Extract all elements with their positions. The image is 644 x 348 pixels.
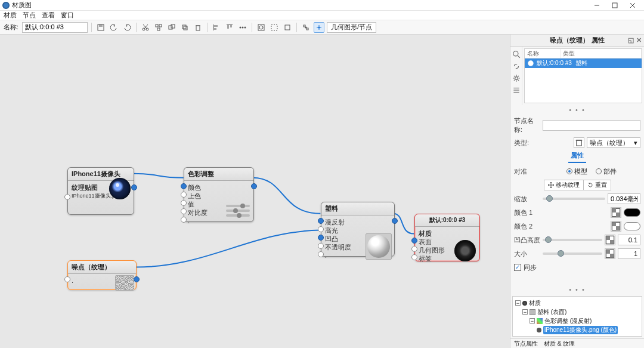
slider-scale[interactable] (543, 198, 605, 200)
panel-node-list[interactable]: 名称 类型 默认:0:0:0 #3 塑料 (524, 48, 642, 103)
input-size[interactable] (618, 248, 640, 259)
delete-type-icon[interactable] (574, 137, 584, 148)
status-mat-tex[interactable]: 材质 & 纹理 (544, 340, 575, 348)
port-plastic-in-diffuse[interactable] (318, 218, 324, 224)
label-type: 类型: (514, 138, 540, 147)
swatch-color1[interactable] (624, 208, 640, 217)
tool-save-icon[interactable] (95, 22, 106, 33)
tool-show-hide-icon[interactable] (301, 22, 311, 33)
tree-l3[interactable]: iPhone11摄像头.png (颜色) (543, 326, 618, 334)
panel-undock-icon[interactable]: ◱ (628, 36, 634, 44)
panel-tool-link-icon[interactable] (512, 62, 521, 70)
svg-rect-28 (271, 24, 277, 30)
toolbar: 名称: 几何图形/节点 (0, 20, 644, 35)
menu-window[interactable]: 窗口 (61, 11, 74, 20)
menu-view[interactable]: 查看 (42, 11, 55, 20)
port-plastic-in-opacity[interactable] (318, 243, 324, 249)
tree-exp-l2[interactable]: − (530, 318, 535, 324)
port-coloradj-in-5[interactable] (181, 217, 187, 223)
port-default-in-geom[interactable] (411, 246, 417, 252)
port-default-in-surface[interactable] (411, 238, 417, 244)
node-material-default[interactable]: 默认:0:0:0 #3 材质 表面 几何图形 标签 (414, 214, 480, 261)
tool-cut-icon[interactable] (140, 22, 151, 33)
node-canvas[interactable]: IPhone11摄像头 纹理贴图 IPhone11摄像头.png 色彩调整 颜色… (0, 35, 510, 348)
port-texture-out[interactable] (131, 184, 137, 190)
tool-copy-icon[interactable] (179, 22, 190, 33)
btn-size-tex[interactable] (605, 248, 615, 259)
radio-part[interactable]: 部件 (596, 167, 617, 176)
btn-move-texture[interactable]: 移动纹理 (544, 180, 584, 190)
panel-tool-search-icon[interactable] (512, 50, 521, 58)
node-texture[interactable]: IPhone11摄像头 纹理贴图 IPhone11摄像头.png (67, 167, 134, 215)
label-bump: 凹凸高度 (514, 236, 540, 245)
input-scale[interactable] (608, 193, 640, 204)
input-bump[interactable] (618, 235, 640, 245)
toolbar-mode-label[interactable]: 几何图形/节点 (327, 22, 376, 33)
tool-frame-icon[interactable] (282, 22, 293, 33)
dropdown-type[interactable]: 噪点（纹理）▾ (587, 137, 640, 148)
swatch-color2[interactable] (624, 222, 640, 230)
menu-material[interactable]: 材质 (4, 11, 17, 20)
port-texture-in[interactable] (64, 194, 70, 200)
tree-l1[interactable]: 塑料 (表面) (537, 308, 566, 316)
panel-tool-gear-icon[interactable] (512, 74, 521, 82)
port-plastic-in-spec[interactable] (318, 226, 324, 232)
tool-distribute-icon[interactable] (237, 22, 248, 33)
port-coloradj-in-4[interactable] (181, 208, 187, 214)
menu-node[interactable]: 节点 (23, 11, 36, 20)
minimize-button[interactable] (588, 1, 606, 10)
tree-exp-l1[interactable]: − (522, 309, 528, 315)
tool-redo-icon[interactable] (122, 22, 132, 33)
svg-rect-47 (612, 222, 616, 226)
port-plastic-in-more[interactable] (318, 251, 324, 257)
tool-align-left-icon[interactable] (211, 22, 222, 33)
tool-zoom-fit-icon[interactable] (256, 22, 267, 33)
material-tree[interactable]: −材质 −塑料 (表面) −色彩调整 (漫反射) iPhone11摄像头.png… (512, 296, 642, 337)
label-color2: 颜色 2 (514, 222, 540, 231)
checkbox-sync[interactable] (514, 264, 521, 271)
port-noise-out[interactable] (134, 276, 140, 282)
panel-tool-list-icon[interactable] (512, 86, 521, 94)
tool-align-top-icon[interactable] (224, 22, 235, 33)
tree-root[interactable]: 材质 (529, 299, 541, 307)
port-plastic-out[interactable] (392, 218, 398, 224)
slider-size[interactable] (543, 252, 602, 255)
btn-color2-tex[interactable] (611, 221, 621, 232)
svg-rect-12 (171, 24, 175, 28)
tool-auto-layout-icon[interactable] (314, 22, 324, 33)
label-scale: 缩放 (514, 195, 540, 204)
node-color-adjust[interactable]: 色彩调整 颜色 上色 值 对比度 . (184, 167, 254, 222)
tool-group-icon[interactable] (166, 22, 177, 33)
maximize-button[interactable] (606, 1, 624, 10)
radio-model[interactable]: 模型 (566, 167, 587, 176)
port-coloradj-in-color[interactable] (181, 183, 187, 189)
node-plastic[interactable]: 塑料 漫反射 高光 凹凸 不透明度 . (321, 202, 395, 257)
status-node-props[interactable]: 节点属性 (514, 340, 538, 348)
port-plastic-in-bump[interactable] (318, 235, 324, 241)
svg-point-23 (240, 26, 242, 28)
node-noise[interactable]: 噪点（纹理） . (67, 260, 137, 290)
btn-color1-tex[interactable] (611, 207, 621, 218)
tool-delete-icon[interactable] (193, 22, 203, 33)
btn-bump-tex[interactable] (605, 235, 615, 245)
btn-reset[interactable]: 重置 (584, 180, 611, 190)
close-button[interactable] (624, 1, 642, 10)
port-coloradj-in-2[interactable] (181, 192, 187, 198)
input-node-name[interactable] (543, 120, 640, 131)
port-coloradj-in-3[interactable] (181, 200, 187, 206)
svg-point-33 (318, 26, 320, 28)
tool-zoom-sel-icon[interactable] (269, 22, 280, 33)
tool-layout-icon[interactable] (153, 22, 164, 33)
port-noise-in[interactable] (64, 276, 70, 282)
tree-l2[interactable]: 色彩调整 (漫反射) (544, 317, 592, 325)
tree-exp-root[interactable]: − (515, 300, 521, 306)
name-input[interactable] (22, 22, 88, 33)
panel-close-icon[interactable]: ✕ (636, 36, 642, 44)
tab-attributes[interactable]: 属性 (568, 151, 586, 163)
port-default-in-label[interactable] (411, 254, 417, 260)
port-coloradj-out[interactable] (251, 183, 257, 189)
slider-bump[interactable] (543, 239, 602, 241)
node-list-row-selected[interactable]: 默认:0:0:0 #3 塑料 (525, 58, 642, 68)
svg-rect-21 (227, 25, 229, 29)
tool-undo-icon[interactable] (109, 22, 119, 33)
